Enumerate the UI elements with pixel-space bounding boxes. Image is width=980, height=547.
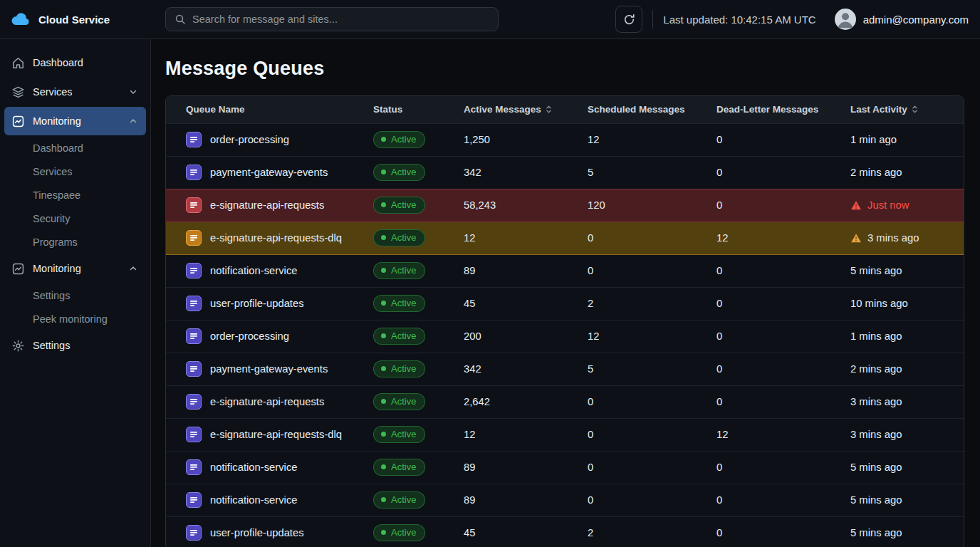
sidebar-subitem-security[interactable]: Security [0, 207, 150, 230]
dead-letter-messages: 0 [716, 199, 722, 211]
sidebar-subitem-label: Services [33, 166, 73, 177]
sidebar-subitem-label: Dashboard [33, 142, 83, 154]
last-activity: 5 mins ago [850, 527, 902, 538]
scheduled-messages: 12 [588, 134, 599, 145]
queue-name: user-profile-updates [210, 527, 304, 538]
status-badge: Active [373, 197, 425, 214]
queue-name: order-processing [210, 330, 289, 342]
sidebar-subitem-programs[interactable]: Programs [0, 230, 150, 254]
chevron-up-icon [129, 117, 137, 125]
user-email: admin@company.com [863, 14, 969, 26]
active-messages: 89 [464, 265, 475, 276]
table-row[interactable]: payment-gateway-events Active 342 5 0 2 … [166, 353, 964, 385]
table-row[interactable]: user-profile-updates Active 45 2 0 5 min… [166, 516, 964, 547]
sidebar-item-label: Monitoring [33, 263, 81, 274]
column-header-dead-letter-messages: Dead-Letter Messages [716, 96, 850, 123]
last-activity: 5 mins ago [850, 462, 902, 473]
table-row[interactable]: notification-service Active 89 0 0 5 min… [166, 484, 964, 516]
active-messages: 12 [464, 232, 475, 244]
sidebar-item-dashboard[interactable]: Dashboard [4, 48, 146, 77]
table-row[interactable]: notification-service Active 89 0 0 5 min… [166, 451, 964, 484]
sidebar-item-label: Settings [33, 340, 70, 351]
table-row[interactable]: user-profile-updates Active 45 2 0 10 mi… [166, 287, 964, 320]
status-badge: Active [373, 524, 425, 541]
status-dot [381, 137, 386, 142]
table-row[interactable]: order-processing Active 1,250 12 0 1 min… [166, 123, 964, 156]
avatar[interactable] [835, 9, 856, 30]
dead-letter-messages: 0 [716, 363, 722, 375]
layers-icon [11, 86, 24, 98]
sidebar-item-monitoring[interactable]: Monitoring [4, 107, 146, 135]
table-row[interactable]: e-signature-api-requests-dlq Active 12 0… [166, 418, 964, 451]
queue-icon [186, 296, 202, 311]
sidebar-item-services[interactable]: Services [4, 78, 146, 106]
sidebar-subitem-label: Security [33, 213, 70, 224]
cloud-logo-icon [10, 12, 31, 26]
dead-letter-messages: 0 [716, 265, 722, 276]
queue-icon [186, 263, 202, 278]
sidebar-subitem-label: Programs [33, 236, 78, 248]
dead-letter-messages: 12 [716, 429, 728, 440]
column-header-scheduled-messages: Scheduled Messages [588, 96, 716, 123]
sidebar-subitem-peek-monitoring[interactable]: Peek monitoring [0, 307, 150, 330]
queues-table-card: Queue NameStatusActive MessagesScheduled… [165, 95, 964, 547]
status-dot [381, 464, 386, 469]
table-row[interactable]: payment-gateway-events Active 342 5 0 2 … [166, 156, 964, 189]
dead-letter-messages: 0 [716, 134, 722, 145]
column-header-queue-name: Queue Name [166, 96, 373, 123]
table-row[interactable]: notification-service Active 89 0 0 5 min… [166, 254, 964, 287]
sidebar-subitem-dashboard[interactable]: Dashboard [0, 136, 150, 160]
scheduled-messages: 0 [588, 265, 593, 276]
sidebar-item-monitoring[interactable]: Monitoring [4, 254, 146, 283]
status-dot [381, 268, 386, 273]
status-dot [381, 235, 386, 240]
status-dot [381, 530, 386, 535]
status-badge: Active [373, 131, 425, 148]
sidebar-item-settings[interactable]: Settings [4, 331, 146, 360]
status-dot [381, 399, 386, 404]
table-row[interactable]: e-signature-api-requests Active 58,243 1… [166, 189, 964, 222]
scheduled-messages: 5 [588, 167, 593, 178]
last-activity: 3 mins ago [867, 232, 919, 244]
queue-icon [186, 459, 202, 475]
dead-letter-messages: 0 [716, 494, 722, 506]
search-box[interactable] [165, 7, 499, 31]
sidebar-subitem-services[interactable]: Services [0, 160, 150, 183]
topbar-divider [652, 10, 653, 28]
active-messages: 89 [464, 494, 475, 506]
column-label: Status [373, 104, 402, 115]
table-row[interactable]: order-processing Active 200 12 0 1 mins … [166, 320, 964, 353]
active-messages: 89 [464, 462, 475, 473]
status-dot [381, 333, 386, 338]
active-messages: 342 [464, 363, 481, 375]
table-body: order-processing Active 1,250 12 0 1 min… [166, 123, 964, 547]
sort-icon[interactable] [546, 105, 552, 114]
status-badge: Active [373, 229, 425, 246]
home-icon [11, 57, 24, 69]
queue-icon [186, 492, 202, 508]
queue-icon [186, 394, 202, 410]
monitor-icon [11, 263, 24, 275]
brand-name: Cloud Service [38, 14, 110, 26]
table-row[interactable]: e-signature-api-requests Active 2,642 0 … [166, 385, 964, 418]
sort-icon[interactable] [912, 105, 918, 114]
search-input[interactable] [192, 14, 489, 25]
column-header-active-messages[interactable]: Active Messages [464, 96, 588, 123]
sidebar-subitem-settings[interactable]: Settings [0, 283, 150, 307]
status-dot [381, 432, 386, 437]
refresh-button[interactable] [615, 6, 642, 33]
gear-icon [11, 340, 24, 352]
column-header-last-activity[interactable]: Last Activity [850, 96, 964, 123]
sidebar-nav: Dashboard Services Monitoring Dashboard … [0, 39, 151, 547]
active-messages: 45 [464, 527, 475, 538]
chevron-up-icon [129, 264, 137, 273]
sidebar-subitem-tinespaee[interactable]: Tinespaee [0, 183, 150, 207]
column-label: Dead-Letter Messages [716, 104, 818, 115]
scheduled-messages: 0 [588, 462, 593, 473]
status-dot [381, 366, 386, 371]
main-content: Message Queues Queue NameStatusActive Me… [151, 39, 980, 547]
queue-name: order-processing [210, 134, 289, 145]
dead-letter-messages: 0 [716, 167, 722, 178]
table-header-row: Queue NameStatusActive MessagesScheduled… [166, 96, 964, 123]
table-row[interactable]: e-signature-api-requests-dlq Active 12 0… [166, 222, 964, 254]
